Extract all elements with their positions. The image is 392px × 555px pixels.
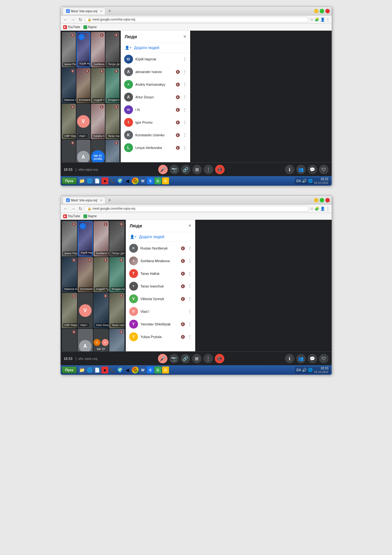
- cam-btn-1[interactable]: 📷: [170, 165, 179, 174]
- menu-btn-1[interactable]: ⋮: [326, 17, 330, 22]
- forward-btn-2[interactable]: →: [70, 206, 76, 211]
- chat-btn-2[interactable]: 💬: [308, 354, 317, 363]
- tab-close-2[interactable]: ×: [100, 199, 102, 202]
- share-btn-2[interactable]: 🔗: [181, 354, 190, 363]
- bookmark-youtube-2[interactable]: ▶ YouTube: [63, 214, 80, 218]
- refresh-btn-1[interactable]: ↻: [78, 17, 83, 22]
- taskbar-icon-app2[interactable]: 📞: [109, 177, 116, 184]
- layout-btn-1[interactable]: ⊞: [192, 165, 202, 174]
- taskbar-icon-2-app1[interactable]: ●: [101, 367, 108, 373]
- maximize-btn-1[interactable]: [320, 9, 324, 13]
- hang-up-btn-1[interactable]: 📵: [215, 165, 225, 174]
- bookmark-maps-1[interactable]: Карти: [83, 25, 97, 29]
- info-btn-1[interactable]: ℹ: [285, 165, 294, 174]
- more-icon-2-yuliya[interactable]: ⋮: [188, 334, 192, 339]
- taskbar-icon-word[interactable]: W: [139, 177, 146, 184]
- extension-btn-2[interactable]: 🧩: [315, 207, 319, 211]
- back-btn-1[interactable]: ←: [63, 17, 69, 22]
- new-tab-btn-2[interactable]: +: [107, 197, 112, 203]
- taskbar-icon-app3[interactable]: 🌍: [117, 177, 124, 184]
- account-btn-2[interactable]: 👤: [320, 207, 325, 211]
- close-btn-1[interactable]: [325, 9, 330, 13]
- more-icon-2-taras-h[interactable]: ⋮: [188, 271, 192, 276]
- forward-btn-1[interactable]: →: [70, 17, 76, 22]
- start-btn-2[interactable]: Пуск: [62, 367, 77, 373]
- shield-btn-2[interactable]: 🛡: [319, 354, 329, 363]
- bookmark-btn-2[interactable]: ☆: [310, 207, 314, 211]
- taskbar-icon-chrome[interactable]: G: [132, 177, 139, 184]
- people-panel-close-2[interactable]: ×: [188, 223, 191, 229]
- refresh-btn-2[interactable]: ↻: [78, 206, 83, 211]
- chat-btn-1[interactable]: 💬: [308, 165, 317, 174]
- taskbar-icon-2-app4[interactable]: ◀: [124, 367, 131, 373]
- active-tab-2[interactable]: M Meet 'vhe-vqra-rvq' ×: [63, 197, 106, 204]
- more-icon-igor[interactable]: ⋮: [183, 120, 187, 125]
- taskbar-icon-2-g[interactable]: G: [154, 367, 161, 373]
- new-tab-btn-1[interactable]: +: [107, 8, 112, 14]
- mic-btn-2[interactable]: 🎤: [158, 354, 167, 363]
- more-icon-andriy-k[interactable]: ⋮: [183, 82, 187, 87]
- people-btn-2[interactable]: 👥: [296, 354, 306, 363]
- more-btn-1[interactable]: ⋮: [204, 165, 213, 174]
- close-btn-2[interactable]: [325, 198, 330, 202]
- more-icon-lesya[interactable]: ⋮: [183, 145, 187, 150]
- more-icon-in[interactable]: ⋮: [183, 107, 187, 112]
- taskbar-icon-g[interactable]: G: [154, 177, 161, 184]
- minimize-btn-1[interactable]: [314, 9, 318, 13]
- address-bar-1[interactable]: 🔒 meet.google.com/vhe-vqra-rvq: [85, 17, 309, 22]
- minimize-btn-2[interactable]: [314, 198, 318, 202]
- tab-close-1[interactable]: ×: [100, 9, 102, 13]
- more-icon-2-ruslan[interactable]: ⋮: [188, 246, 192, 251]
- taskbar-icon-g2[interactable]: G: [162, 177, 169, 184]
- more-icon-yuriy[interactable]: ⋮: [183, 57, 187, 62]
- bookmark-btn-1[interactable]: ☆: [310, 17, 314, 22]
- people-btn-1[interactable]: 👥: [296, 165, 306, 174]
- more-icon-konstantin[interactable]: ⋮: [183, 133, 187, 138]
- add-people-btn-2[interactable]: 👤+ Додати людей: [126, 232, 195, 242]
- start-btn-1[interactable]: Пуск: [62, 177, 77, 184]
- more-icon-2-taras-i[interactable]: ⋮: [188, 284, 192, 289]
- taskbar-icon-2-app3[interactable]: 🌍: [117, 367, 124, 373]
- taskbar-icon-2-word[interactable]: W: [139, 367, 146, 373]
- taskbar-icon-2-pdf[interactable]: 📄: [94, 367, 101, 373]
- more-btn-2[interactable]: ⋮: [203, 354, 213, 363]
- more-icon-2-yaroslav[interactable]: ⋮: [188, 322, 192, 327]
- taskbar-icon-2-app2[interactable]: 📞: [109, 367, 116, 373]
- taskbar-icon-s[interactable]: S: [147, 177, 154, 184]
- taskbar-icon-2-s[interactable]: S: [147, 367, 154, 373]
- taskbar-icon-app4[interactable]: ◀: [124, 177, 131, 184]
- taskbar-icon-2-g2[interactable]: G: [162, 367, 169, 373]
- taskbar-icon-ie[interactable]: 🌐: [86, 177, 93, 184]
- taskbar-icon-file[interactable]: 📁: [79, 177, 86, 184]
- cam-btn-2[interactable]: 📷: [169, 354, 179, 363]
- info-btn-2[interactable]: ℹ: [285, 354, 294, 363]
- more-icon-artur[interactable]: ⋮: [183, 95, 187, 100]
- account-btn-1[interactable]: 👤: [320, 17, 325, 22]
- people-panel-close-1[interactable]: ×: [183, 34, 186, 40]
- address-bar-2[interactable]: 🔒 meet.google.com/vhe-vqra-rvq: [85, 206, 309, 212]
- avatar-lesya: L: [124, 143, 133, 152]
- shield-btn-1[interactable]: 🛡: [319, 165, 329, 174]
- share-btn-1[interactable]: 🔗: [181, 165, 190, 174]
- menu-btn-2[interactable]: ⋮: [326, 207, 330, 211]
- extension-btn-1[interactable]: 🧩: [315, 17, 319, 22]
- taskbar-icon-2-file[interactable]: 📁: [79, 367, 86, 373]
- taskbar-icon-2-chrome[interactable]: G: [132, 367, 139, 373]
- mic-btn-1[interactable]: 🎤: [158, 165, 168, 174]
- more-icon-2-viktoria[interactable]: ⋮: [188, 296, 192, 301]
- taskbar-icon-pdf[interactable]: 📄: [94, 177, 101, 184]
- more-icon-alexander[interactable]: ⋮: [183, 69, 187, 74]
- more-icon-2-svetlana[interactable]: ⋮: [188, 258, 192, 263]
- active-tab-1[interactable]: M Meet 'vhe-vqra-rvq' ×: [63, 8, 106, 15]
- hang-up-btn-2[interactable]: 📵: [215, 354, 224, 363]
- back-btn-2[interactable]: ←: [63, 206, 69, 211]
- taskbar-icon-2-ie[interactable]: 🌐: [86, 367, 93, 373]
- more-icon-2-vlad-i[interactable]: ⋮: [188, 309, 192, 314]
- label-2-mykola: Микола Коваль: [63, 287, 77, 291]
- taskbar-icon-app1[interactable]: ●: [101, 177, 108, 184]
- bookmark-youtube-1[interactable]: ▶ YouTube: [63, 25, 80, 29]
- maximize-btn-2[interactable]: [320, 198, 324, 202]
- bookmark-maps-2[interactable]: Карти: [83, 214, 97, 218]
- add-people-btn-1[interactable]: 👤+ Додати людей: [121, 43, 190, 53]
- layout-btn-2[interactable]: ⊞: [192, 354, 202, 363]
